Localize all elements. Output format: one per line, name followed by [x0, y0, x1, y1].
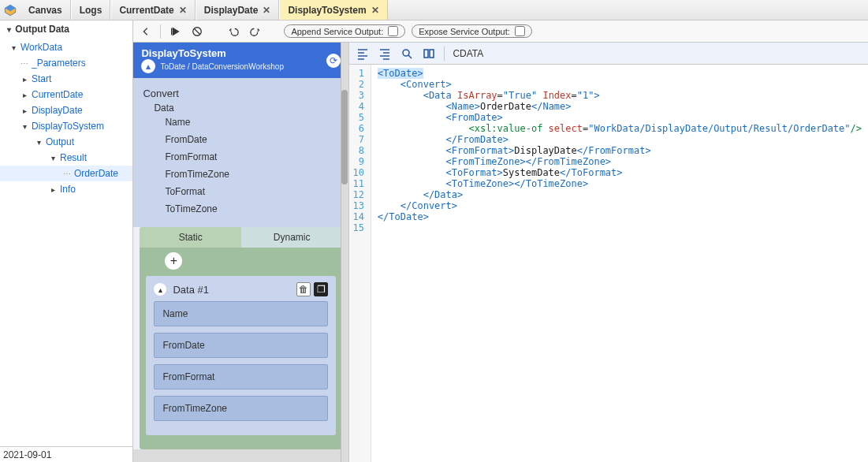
tab-displaytosystem[interactable]: DisplayToSystem✕: [279, 0, 387, 20]
undo-icon[interactable]: [225, 24, 241, 39]
tab-label: Logs: [80, 5, 102, 16]
caret-right-icon[interactable]: ▸: [49, 185, 57, 194]
card-title: DisplayToSystem: [141, 47, 284, 59]
data-item-title: Data #1: [173, 284, 209, 296]
schema-node-fromformat[interactable]: FromFormat: [143, 148, 339, 166]
book-icon[interactable]: [422, 47, 436, 61]
schema-node-totimezone[interactable]: ToTimeZone: [143, 200, 339, 218]
caret-down-icon[interactable]: ▾: [20, 122, 28, 131]
tab-displaydate[interactable]: DisplayDate✕: [196, 0, 280, 20]
center-panel: DisplayToSystem ▴ ToDate / DataConversio…: [133, 43, 349, 462]
append-output-label: Append Service Output:: [291, 27, 383, 36]
caret-down-icon[interactable]: ▾: [9, 43, 17, 52]
schema-node-toformat[interactable]: ToFormat: [143, 183, 339, 200]
workspace: Append Service Output: Expose Service Ou…: [133, 20, 868, 462]
expose-output-label: Expose Service Output:: [419, 27, 510, 36]
tree-item-label: Result: [60, 152, 87, 163]
search-icon[interactable]: [400, 47, 414, 61]
caret-down-icon[interactable]: ▾: [35, 138, 43, 147]
add-item-button[interactable]: +: [165, 252, 182, 270]
field-fromdate[interactable]: FromDate: [154, 333, 328, 358]
tree-item-workdata[interactable]: ▾WorkData: [0, 39, 132, 55]
status-bar: 2021-09-01: [0, 446, 132, 462]
tree-item-currentdate[interactable]: ▸CurrentDate: [0, 87, 132, 102]
schema-node-fromdate[interactable]: FromDate: [143, 131, 339, 148]
run-icon[interactable]: [167, 24, 183, 39]
tree-root-label: Output Data: [15, 24, 69, 35]
tree-item-start[interactable]: ▸Start: [0, 71, 132, 87]
field-fromformat[interactable]: FromFormat: [154, 364, 328, 389]
config-tab-static[interactable]: Static: [140, 227, 241, 248]
stop-icon[interactable]: [189, 24, 205, 39]
append-output-toggle[interactable]: Append Service Output:: [284, 24, 405, 38]
code-editor[interactable]: 123456789101112131415 <ToDate> <Convert>…: [349, 65, 868, 462]
caret-right-icon[interactable]: ▸: [20, 91, 28, 99]
caret-up-icon[interactable]: ▴: [141, 59, 155, 73]
card-header: DisplayToSystem ▴ ToDate / DataConversio…: [133, 43, 348, 78]
copy-icon[interactable]: ❐: [314, 282, 328, 296]
tree-item-output[interactable]: ▾Output: [0, 134, 132, 150]
code-panel: CDATA 123456789101112131415 <ToDate> <Co…: [349, 43, 868, 462]
scrollbar-thumb[interactable]: [341, 90, 348, 184]
tree-item-info[interactable]: ▸Info: [0, 181, 132, 197]
tree-item-result[interactable]: ▾Result: [0, 150, 132, 166]
caret-right-icon[interactable]: ▸: [20, 75, 28, 84]
schema-node-fromtimezone[interactable]: FromTimeZone: [143, 166, 339, 183]
append-output-checkbox[interactable]: [388, 26, 398, 36]
config-tab-dynamic[interactable]: Dynamic: [241, 227, 343, 248]
close-icon[interactable]: ✕: [179, 5, 187, 16]
line-gutter: 123456789101112131415: [349, 65, 371, 462]
service-card: DisplayToSystem ▴ ToDate / DataConversio…: [133, 43, 348, 449]
tree-item-label: Output: [46, 136, 74, 147]
tree-item-label: Info: [60, 184, 76, 195]
tree-item-label: CurrentDate: [32, 89, 83, 100]
schema-root[interactable]: Convert: [143, 84, 339, 102]
tree-item-label: WorkData: [20, 42, 62, 53]
tab-canvas[interactable]: Canvas: [20, 0, 71, 20]
collapse-icon[interactable]: ▴: [154, 283, 166, 296]
tree-item-_parameters[interactable]: ⋯_Parameters: [0, 55, 132, 71]
schema-view: Convert Data NameFromDateFromFormatFromT…: [133, 78, 348, 227]
left-panel: ▾ Output Data ▾WorkData⋯_Parameters▸Star…: [0, 20, 133, 462]
config-tabs: Static Dynamic: [140, 227, 342, 248]
tree-item-label: Start: [32, 73, 51, 84]
close-icon[interactable]: ✕: [371, 5, 379, 16]
caret-right-icon[interactable]: ▸: [20, 106, 28, 115]
redo-icon[interactable]: [248, 24, 263, 39]
align-right-icon[interactable]: [378, 47, 392, 61]
leaf-icon[interactable]: ⋯: [63, 170, 71, 178]
tree-item-displaydate[interactable]: ▸DisplayDate: [0, 102, 132, 118]
scrollbar[interactable]: [341, 43, 348, 462]
code-mode-label: CDATA: [453, 48, 483, 59]
center-toolbar: Append Service Output: Expose Service Ou…: [133, 20, 868, 43]
refresh-icon[interactable]: ⟳: [326, 54, 341, 68]
svg-rect-4: [424, 50, 428, 58]
svg-rect-5: [430, 50, 434, 58]
code-content[interactable]: <ToDate> <Convert> <Data IsArray="True" …: [371, 65, 868, 462]
close-icon[interactable]: ✕: [263, 5, 270, 16]
code-toolbar: CDATA: [349, 43, 868, 65]
leaf-icon[interactable]: ⋯: [20, 59, 28, 68]
tree-title: ▾ Output Data: [0, 20, 132, 38]
schema-node-name[interactable]: Name: [143, 114, 339, 131]
schema-l1[interactable]: Data: [143, 102, 339, 114]
tree-item-label: _Parameters: [32, 58, 86, 69]
tree-item-label: DisplayDate: [32, 105, 83, 116]
tab-label: Canvas: [28, 5, 62, 16]
caret-down-icon[interactable]: ▾: [5, 25, 13, 34]
field-fromtimezone[interactable]: FromTimeZone: [154, 396, 328, 421]
app-logo-icon: [0, 0, 20, 20]
back-icon[interactable]: [138, 24, 154, 39]
field-name[interactable]: Name: [154, 301, 328, 326]
align-left-icon[interactable]: [356, 47, 370, 61]
tree-item-displaytosystem[interactable]: ▾DisplayToSystem: [0, 118, 132, 134]
expose-output-checkbox[interactable]: [515, 26, 525, 36]
tree-item-label: OrderDate: [74, 168, 118, 179]
caret-down-icon[interactable]: ▾: [49, 154, 57, 162]
output-tree: ▾WorkData⋯_Parameters▸Start▸CurrentDate▸…: [0, 38, 132, 446]
tab-logs[interactable]: Logs: [71, 0, 111, 20]
expose-output-toggle[interactable]: Expose Service Output:: [412, 24, 532, 38]
tree-item-orderdate[interactable]: ⋯OrderDate: [0, 166, 132, 181]
delete-icon[interactable]: 🗑: [296, 282, 311, 296]
tab-currentdate[interactable]: CurrentDate✕: [110, 0, 195, 20]
